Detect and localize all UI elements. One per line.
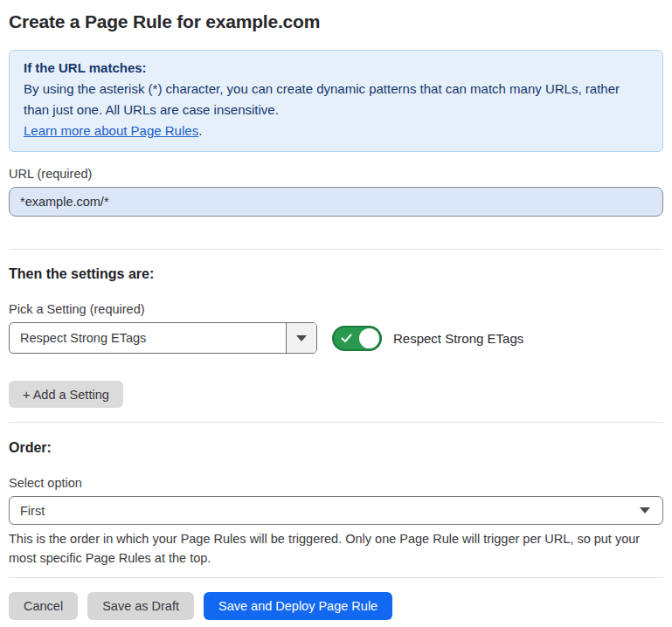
chevron-down-icon bbox=[640, 507, 650, 513]
save-as-draft-button[interactable]: Save as Draft bbox=[87, 592, 194, 620]
toggle-knob bbox=[359, 328, 379, 348]
url-match-info-box: If the URL matches: By using the asteris… bbox=[9, 50, 663, 152]
settings-heading: Then the settings are: bbox=[9, 266, 663, 282]
learn-more-link[interactable]: Learn more about Page Rules bbox=[24, 123, 198, 138]
toggle-label: Respect Strong ETags bbox=[393, 331, 523, 346]
create-page-rule-panel: Create a Page Rule for example.com If th… bbox=[0, 0, 672, 620]
setting-select-value: Respect Strong ETags bbox=[10, 323, 286, 353]
order-help-text: This is the order in which your Page Rul… bbox=[9, 529, 663, 568]
check-icon bbox=[341, 334, 352, 343]
page-title: Create a Page Rule for example.com bbox=[9, 10, 663, 32]
chevron-down-icon bbox=[296, 335, 307, 341]
save-and-deploy-button[interactable]: Save and Deploy Page Rule bbox=[204, 592, 392, 620]
order-select[interactable]: First bbox=[9, 496, 663, 525]
add-setting-button[interactable]: + Add a Setting bbox=[9, 381, 123, 408]
info-box-body: By using the asterisk (*) character, you… bbox=[24, 79, 648, 121]
setting-select[interactable]: Respect Strong ETags bbox=[9, 322, 317, 354]
cancel-button[interactable]: Cancel bbox=[9, 592, 78, 620]
info-box-link-line: Learn more about Page Rules. bbox=[24, 121, 648, 141]
setting-select-arrow-button[interactable] bbox=[286, 323, 316, 353]
pick-setting-label: Pick a Setting (required) bbox=[9, 302, 663, 316]
order-heading: Order: bbox=[9, 440, 663, 456]
section-divider bbox=[9, 422, 663, 423]
order-select-label: Select option bbox=[9, 476, 663, 490]
url-field-label: URL (required) bbox=[9, 167, 663, 181]
respect-strong-etags-toggle[interactable] bbox=[332, 326, 382, 351]
order-select-value: First bbox=[20, 504, 45, 518]
info-box-heading: If the URL matches: bbox=[24, 58, 648, 79]
url-input[interactable] bbox=[9, 187, 663, 217]
section-divider bbox=[9, 249, 663, 250]
footer-divider bbox=[9, 577, 663, 578]
link-period: . bbox=[198, 123, 202, 138]
setting-row: Respect Strong ETags Respect Strong ETag… bbox=[9, 322, 663, 354]
footer-actions: Cancel Save as Draft Save and Deploy Pag… bbox=[9, 592, 663, 620]
